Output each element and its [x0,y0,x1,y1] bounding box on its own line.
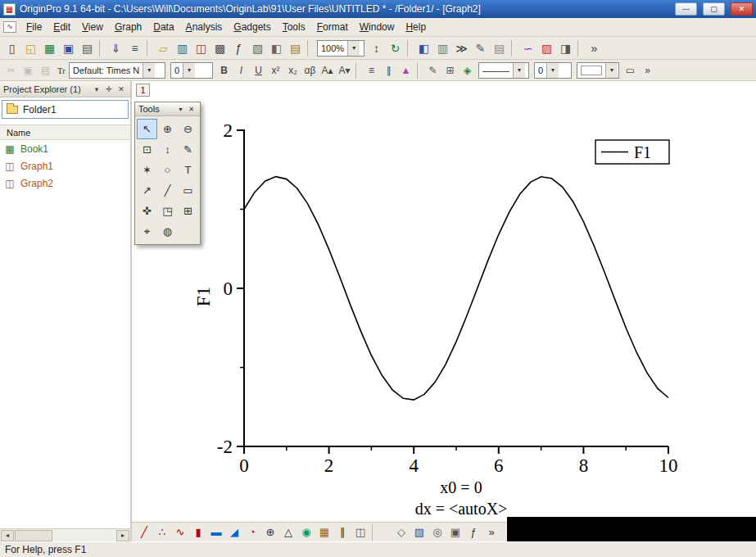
3d-surface-button[interactable]: ▨ [410,524,428,541]
refresh-button[interactable]: ↻ [386,39,405,57]
move-data-tool[interactable]: ↕ [157,139,178,160]
graph-page-tab[interactable]: 1 [136,84,150,97]
import-wizard-button[interactable]: ⇓ [106,39,125,57]
rescale-button[interactable]: ↕ [367,39,386,57]
cut-button[interactable]: ✂ [2,62,20,79]
menu-item[interactable]: Help [400,19,432,35]
x-annotation-2[interactable]: dx = <autoX> [415,500,508,518]
command-window-button[interactable]: ≫ [452,39,471,57]
line-width-combo[interactable]: 0 ▾ [534,62,572,79]
tree-item-graph2[interactable]: ◫ Graph2 [0,174,130,192]
tree-item-graph1[interactable]: ◫ Graph1 [0,157,130,174]
tools-palette-titlebar[interactable]: Tools ▾✕ [135,102,200,116]
title-bar[interactable]: ▦ OriginPro 9.1 64-bit - C:\Users\Will\D… [0,0,756,18]
child-window-icon[interactable]: ∿ [3,21,16,33]
close-button[interactable]: ✕ [731,2,753,16]
menu-item[interactable]: Edit [48,19,76,35]
font-color-button[interactable]: ▲ [397,62,414,79]
arrow-tool[interactable]: ↗ [137,180,157,201]
paste-button[interactable]: ▤ [37,62,54,79]
name-column-header[interactable]: Name [0,125,130,140]
print-button[interactable]: ▤ [78,39,97,57]
fit-wizard-button[interactable]: ∽ [518,39,537,57]
maximize-button[interactable]: ▢ [703,2,725,16]
rotate-tool[interactable]: ◍ [157,221,178,242]
shape-dropdown-button[interactable]: ▭ [622,62,639,79]
palette-close-button[interactable]: ✕ [186,104,197,115]
polar-plot-button[interactable]: ⊕ [261,524,279,541]
open-excel-button[interactable]: ▦ [40,39,59,57]
x-annotation-1[interactable]: x0 = 0 [440,478,482,496]
chevron-down-icon[interactable]: ▾ [347,41,360,56]
chevron-down-icon[interactable]: ▾ [183,63,195,78]
new-function-button[interactable]: ƒ [229,39,248,57]
project-explorer-toggle[interactable]: ◧ [414,39,433,57]
image-plot-button[interactable]: ▣ [446,524,464,541]
pointer-tool[interactable]: ↖ [137,119,157,139]
decrease-font-button[interactable]: A▾ [336,62,353,79]
align-button[interactable]: ≡ [363,62,380,79]
function-plot-button[interactable]: ƒ [464,524,482,541]
greek-button[interactable]: αβ [301,62,319,79]
panel-menu-button[interactable]: ▾ [91,84,102,95]
menu-item[interactable]: Gadgets [228,19,276,35]
pie-chart-button[interactable]: ◔ [243,524,261,541]
style-brush-button[interactable]: ◈ [459,62,476,79]
area-plot-button[interactable]: ◢ [225,524,243,541]
chevron-down-icon[interactable]: ▾ [605,63,618,78]
scatter-plot-button[interactable]: ∴ [153,524,171,541]
chevron-down-icon[interactable]: ▾ [143,63,155,78]
3d-scatter-button[interactable]: ◇ [392,524,410,541]
menu-item[interactable]: View [76,19,109,35]
script-window-button[interactable]: ▤ [490,39,509,57]
color-map-plot-button[interactable]: ▦ [315,524,333,541]
bold-button[interactable]: B [215,62,233,79]
pencil-tool-button[interactable]: ✎ [424,62,441,79]
menu-item[interactable]: Tools [277,19,311,35]
superscript-button[interactable]: x² [267,62,284,79]
contour-plot-button[interactable]: ◎ [428,524,446,541]
text-tool[interactable]: T [178,160,198,180]
font-combo[interactable]: Default: Times N ▾ [69,62,165,79]
palette-menu-button[interactable]: ▾ [175,104,186,115]
results-log-button[interactable]: ▥ [433,39,452,57]
zoom-in-tool[interactable]: ⊕ [157,119,178,139]
tree-item-book1[interactable]: ▦ Book1 [0,140,130,157]
distribute-button[interactable]: ∥ [380,62,397,79]
zoom-out-tool[interactable]: ⊖ [178,119,198,139]
new-matrix-button[interactable]: ▩ [211,39,229,57]
rectangle-tool[interactable]: ▭ [178,180,198,201]
draw-data-tool[interactable]: ✎ [178,139,198,160]
add-axes-button[interactable]: ⊞ [441,62,459,79]
insert-equation-tool[interactable]: ⊞ [178,201,198,221]
selection-on-active-plot-tool[interactable]: ⊡ [137,139,157,160]
new-graph-button[interactable]: ◫ [192,39,211,57]
line-tool[interactable]: ╱ [157,180,178,201]
pan-tool[interactable]: ✜ [137,201,157,221]
chevron-down-icon[interactable]: ▾ [546,63,559,78]
new-project-button[interactable]: ▯ [2,39,21,57]
line-style-combo[interactable]: ——— ▾ [478,62,529,79]
font-size-combo[interactable]: 0 ▾ [170,62,213,79]
new-folder-button[interactable]: ▱ [154,39,173,57]
menu-item[interactable]: Window [354,19,401,35]
menu-item[interactable]: Data [147,19,179,35]
underline-button[interactable]: U [250,62,267,79]
fill-color-combo[interactable]: ▾ [577,62,619,79]
reader-tool[interactable]: ⌖ [137,221,157,242]
italic-button[interactable]: I [233,62,250,79]
mask-points-tool[interactable]: ✶ [137,160,157,180]
import-ascii-button[interactable]: ≡ [125,39,144,57]
line-plot-button[interactable]: ╱ [135,524,153,541]
tools-palette[interactable]: Tools ▾✕ ↖⊕⊖⊡↕✎✶○T↗╱▭✜◳⊞⌖◍ [134,102,201,245]
color-palette-button[interactable]: ▨ [537,39,556,57]
y-axis-title[interactable]: F1 [193,287,214,306]
menu-item[interactable]: Format [311,19,354,35]
new-3d-graph-button[interactable]: ▧ [248,39,267,57]
horizontal-scrollbar[interactable]: ◂ ▸ [0,528,130,541]
stock-plot-button[interactable]: ∥ [333,524,351,541]
code-builder-button[interactable]: ✎ [471,39,490,57]
bubble-plot-button[interactable]: ◉ [297,524,315,541]
column-plot-button[interactable]: ▮ [189,524,207,541]
new-notes-button[interactable]: ▤ [286,39,305,57]
